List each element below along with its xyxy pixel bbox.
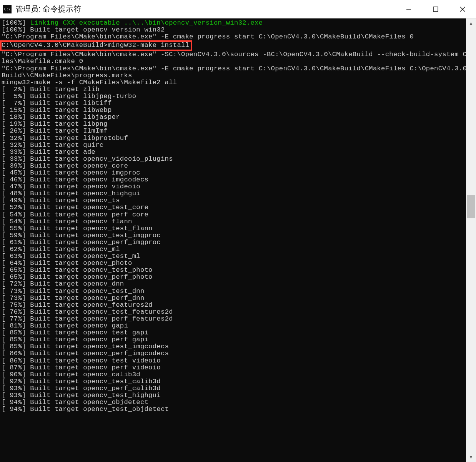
build-target-line: [ 87%] Built target opencv_perf_videoio [2,364,466,371]
build-target-line: [ 73%] Built target opencv_perf_dnn [2,295,466,302]
output-line: les\Makefile.cmake 0 [2,58,466,65]
build-target-line: [ 5%] Built target libjpeg-turbo [2,93,466,100]
build-target-line: [ 77%] Built target opencv_perf_features… [2,316,466,322]
build-target-line: [ 72%] Built target opencv_dnn [2,281,466,288]
build-target-line: [ 54%] Built target opencv_flann [2,218,466,225]
build-target-line: [ 32%] Built target quirc [2,142,466,149]
output-line: [100%] Linking CXX executable ..\..\bin\… [2,20,466,27]
build-target-line: [ 86%] Built target opencv_perf_imgcodec… [2,350,466,357]
build-target-line: [ 48%] Built target opencv_highgui [2,190,466,197]
maximize-button[interactable] [422,0,449,18]
build-target-line: [ 64%] Built target opencv_photo [2,260,466,267]
window-title: 管理员: 命令提示符 [15,4,81,14]
output-line: "C:\Program Files\CMake\bin\cmake.exe" -… [2,33,466,40]
build-target-line: [ 52%] Built target opencv_test_core [2,204,466,211]
build-target-line: [ 93%] Built target opencv_test_highgui [2,392,466,399]
build-target-line: [ 33%] Built target opencv_videoio_plugi… [2,156,466,163]
build-target-line: [ 47%] Built target opencv_videoio [2,183,466,190]
output-line: mingw32-make -s -f CMakeFiles\Makefile2 … [2,79,466,86]
build-target-line: [ 85%] Built target opencv_test_gapi [2,329,466,336]
build-target-line: [ 49%] Built target opencv_ts [2,197,466,204]
scroll-down-icon[interactable]: ▼ [466,452,476,462]
build-target-line: [ 33%] Built target ade [2,149,466,156]
output-line: "C:\Program Files\CMake\bin\cmake.exe" -… [2,65,466,72]
build-target-line: [ 45%] Built target opencv_imgproc [2,170,466,176]
output-line: "C:\Program Files\CMake\bin\cmake.exe" -… [2,51,466,58]
build-target-line: [ 90%] Built target opencv_calib3d [2,371,466,378]
build-target-line: [ 32%] Built target libprotobuf [2,135,466,142]
build-target-line: [ 65%] Built target opencv_perf_photo [2,274,466,281]
build-target-line: [ 94%] Built target opencv_test_objdetec… [2,406,466,413]
scrollbar[interactable]: ▲ ▼ [466,18,476,462]
build-target-line: [ 55%] Built target opencv_test_flann [2,225,466,232]
build-target-line: [ 85%] Built target opencv_test_imgcodec… [2,343,466,350]
build-target-line: [ 93%] Built target opencv_perf_calib3d [2,385,466,392]
console-output[interactable]: [100%] Linking CXX executable ..\..\bin\… [0,18,466,462]
build-target-line: [ 2%] Built target zlib [2,86,466,93]
output-line: Build\\CMakeFiles\progress.marks [2,72,466,79]
window-controls [395,0,476,18]
build-target-line: [ 54%] Built target opencv_perf_core [2,211,466,218]
build-target-line: [ 81%] Built target opencv_gapi [2,322,466,329]
build-target-line: [ 73%] Built target opencv_test_dnn [2,288,466,295]
scroll-up-icon[interactable]: ▲ [466,18,476,28]
build-target-line: [ 59%] Built target opencv_test_imgproc [2,232,466,239]
build-target-line: [ 7%] Built target libtiff [2,100,466,107]
minimize-button[interactable] [395,0,422,18]
svg-rect-1 [433,7,438,12]
build-target-line: [ 19%] Built target libpng [2,121,466,128]
app-icon: C:\ [3,5,12,13]
scrollbar-thumb[interactable] [467,195,475,218]
build-target-line: [ 85%] Built target opencv_perf_gapi [2,336,466,343]
build-target-line: [ 75%] Built target opencv_features2d [2,302,466,309]
build-target-line: [ 63%] Built target opencv_test_ml [2,253,466,260]
titlebar[interactable]: C:\ 管理员: 命令提示符 [0,0,476,18]
build-target-line: [ 39%] Built target opencv_core [2,163,466,170]
build-target-line: [ 62%] Built target opencv_ml [2,246,466,253]
build-target-line: [ 92%] Built target opencv_test_calib3d [2,378,466,385]
close-button[interactable] [449,0,476,18]
build-target-line: [ 65%] Built target opencv_test_photo [2,267,466,274]
build-target-line: [ 15%] Built target libwebp [2,107,466,114]
build-target-line: [ 86%] Built target opencv_test_videoio [2,357,466,364]
command-highlight: C:\OpenCV4.3.0\CMakeBuild>mingw32-make i… [0,40,192,51]
build-target-line: [ 46%] Built target opencv_imgcodecs [2,176,466,183]
build-target-line: [ 61%] Built target opencv_perf_imgproc [2,239,466,246]
build-target-line: [ 26%] Built target IlmImf [2,128,466,135]
output-line: [100%] Built target opencv_version_win32 [2,27,466,33]
build-target-line: [ 76%] Built target opencv_test_features… [2,309,466,316]
build-target-line: [ 18%] Built target libjasper [2,114,466,121]
build-target-line: [ 94%] Built target opencv_objdetect [2,399,466,406]
